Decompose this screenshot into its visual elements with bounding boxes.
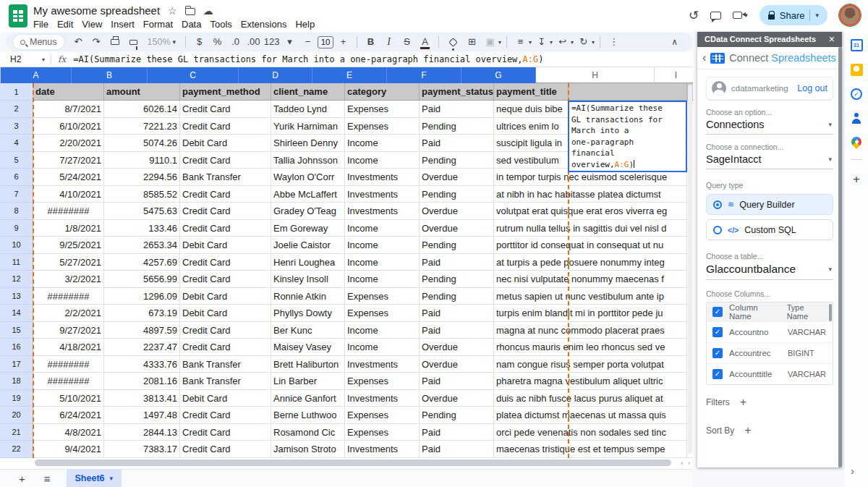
cell[interactable]: 6/10/2021: [33, 118, 104, 135]
cell[interactable]: 5/10/2021: [33, 390, 104, 407]
row-header-17[interactable]: 17: [0, 356, 33, 373]
vertical-scrollbar[interactable]: [688, 85, 692, 454]
share-caret-icon[interactable]: ▾: [815, 12, 819, 19]
row-header-2[interactable]: 2: [0, 101, 33, 118]
menu-tools[interactable]: Tools: [205, 18, 236, 30]
cell[interactable]: 8/7/2021: [33, 101, 104, 118]
cell[interactable]: ########: [33, 356, 104, 373]
cell[interactable]: suscipit ligula in: [494, 135, 569, 152]
cell[interactable]: Paid: [420, 101, 494, 118]
decrease-font-button[interactable]: −: [299, 33, 316, 51]
cell[interactable]: Paid: [420, 424, 494, 441]
column-checkbox[interactable]: ✓: [712, 348, 723, 358]
cell[interactable]: 133.46: [104, 220, 180, 237]
formula-input[interactable]: =AI(Summarize these GL transactions for …: [73, 54, 543, 64]
collapse-panel-icon[interactable]: ›: [851, 465, 854, 477]
cell[interactable]: Income: [345, 220, 420, 237]
cell[interactable]: Debit Card: [180, 135, 271, 152]
menu-edit[interactable]: Edit: [53, 18, 77, 30]
cell[interactable]: Income: [345, 254, 420, 271]
query-builder-option[interactable]: ≋ Query Builder: [706, 194, 833, 215]
connection-select[interactable]: SageIntacct ▾: [706, 151, 833, 169]
font-select[interactable]: ▾: [281, 33, 298, 51]
close-sidebar-icon[interactable]: ×: [829, 32, 835, 47]
row-header-18[interactable]: 18: [0, 373, 33, 390]
menu-extensions[interactable]: Extensions: [237, 18, 292, 30]
cell[interactable]: 2237.47: [104, 339, 180, 356]
cell[interactable]: Bank Transfer: [180, 169, 271, 186]
print-button[interactable]: [111, 39, 119, 45]
cell[interactable]: Income: [345, 152, 420, 169]
cell[interactable]: Credit Card: [180, 152, 271, 169]
cell[interactable]: 5/27/2021: [33, 254, 104, 271]
cell[interactable]: ########: [33, 373, 104, 390]
cell[interactable]: rutrum nulla tellus in sagittis dui vel …: [494, 220, 569, 237]
increase-decimal-button[interactable]: .00: [245, 33, 262, 51]
decrease-decimal-button[interactable]: .0: [227, 33, 244, 51]
cell[interactable]: Berne Luthwoo: [271, 407, 345, 424]
cell[interactable]: Investments: [345, 186, 420, 203]
column-checkbox[interactable]: ✓: [712, 369, 723, 379]
calendar-icon[interactable]: 31: [851, 39, 863, 51]
cell[interactable]: 5074.26: [104, 135, 180, 152]
column-header-D[interactable]: D: [239, 67, 312, 83]
cell[interactable]: 9110.1: [104, 152, 180, 169]
column-header-I[interactable]: I: [655, 67, 693, 83]
horizontal-scrollbar[interactable]: [35, 460, 671, 466]
text-rotation-button[interactable]: ↻: [575, 33, 592, 51]
avatar[interactable]: [839, 4, 861, 26]
cell[interactable]: Investments: [345, 441, 420, 458]
cell[interactable]: Credit Card: [180, 339, 271, 356]
cell[interactable]: Expenses: [345, 424, 420, 441]
cell[interactable]: 4/10/2021: [33, 186, 104, 203]
cell[interactable]: Pending: [420, 271, 494, 288]
spreadsheet-grid[interactable]: ABCDEFGHI 1dateamountpayment_methodclien…: [0, 67, 693, 469]
cell[interactable]: 2081.16: [104, 373, 180, 390]
fill-color-button[interactable]: [448, 38, 458, 47]
cell[interactable]: in tempor turpis nec euismod scelerisque: [494, 169, 569, 186]
text-color-button[interactable]: A: [417, 33, 433, 51]
add-sheet-button[interactable]: +: [19, 473, 25, 485]
cell[interactable]: 2/20/2021: [33, 135, 104, 152]
cell[interactable]: Phyllys Dowty: [271, 305, 345, 322]
name-box[interactable]: H2: [0, 54, 42, 64]
row-header-7[interactable]: 7: [0, 186, 33, 203]
cell[interactable]: Pending: [420, 152, 494, 169]
cell[interactable]: 2/2/2021: [33, 305, 104, 322]
cell[interactable]: Yurik Harniman: [271, 118, 345, 135]
cell[interactable]: Ber Kunc: [271, 322, 345, 339]
cell[interactable]: Income: [345, 322, 420, 339]
column-checkbox[interactable]: ✓: [712, 327, 723, 337]
cell[interactable]: Paid: [420, 254, 494, 271]
cell[interactable]: 4/8/2021: [33, 424, 104, 441]
menus-search-button[interactable]: Menus: [13, 35, 64, 49]
cell[interactable]: Credit Card: [180, 271, 271, 288]
cell[interactable]: Henri Loughea: [271, 254, 345, 271]
cell[interactable]: Em Goreway: [271, 220, 345, 237]
text-wrap-button[interactable]: ↩: [554, 33, 571, 51]
select-all-checkbox[interactable]: ✓: [712, 307, 723, 317]
cell[interactable]: porttitor id consequat in consequat ut n…: [494, 237, 569, 254]
cell[interactable]: 7383.17: [104, 441, 180, 458]
add-addon-button[interactable]: +: [853, 172, 860, 187]
cell[interactable]: Jamison Stroto: [271, 441, 345, 458]
cell[interactable]: Expenses: [345, 407, 420, 424]
more-toolbar-button[interactable]: ⋮: [605, 33, 622, 51]
cell[interactable]: nam congue risus semper porta volutpat: [494, 356, 569, 373]
row-header-13[interactable]: 13: [0, 288, 33, 305]
row-header-16[interactable]: 16: [0, 339, 33, 356]
cell[interactable]: duis ac nibh fusce lacus purus aliquet a…: [494, 390, 569, 407]
row-header-21[interactable]: 21: [0, 424, 33, 441]
keep-icon[interactable]: [851, 64, 863, 76]
row-header-11[interactable]: 11: [0, 254, 33, 271]
more-formats-button[interactable]: 123: [263, 33, 280, 51]
cell[interactable]: Debit Card: [180, 390, 271, 407]
version-history-icon[interactable]: ↺: [689, 8, 699, 23]
menu-view[interactable]: View: [77, 18, 106, 30]
cell[interactable]: Debit Card: [180, 237, 271, 254]
row-header-9[interactable]: 9: [0, 220, 33, 237]
cell[interactable]: 673.19: [104, 305, 180, 322]
cell[interactable]: Pending: [420, 407, 494, 424]
cell[interactable]: Investments: [345, 390, 420, 407]
cell[interactable]: 5475.63: [104, 203, 180, 220]
